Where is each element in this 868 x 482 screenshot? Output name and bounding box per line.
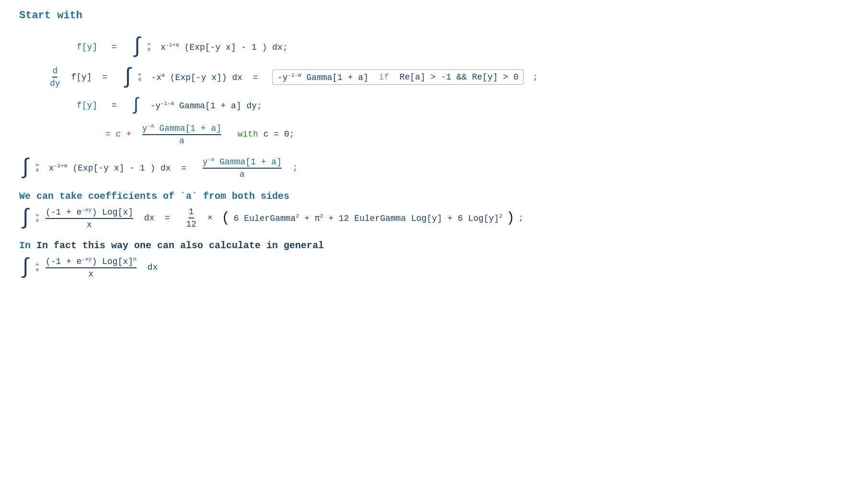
fy-lhs2: f[y] = (66, 72, 118, 82)
frac-gamma-a: y-a Gamma[1 + a] a (142, 123, 221, 146)
f-y-lhs: f[y] (77, 42, 97, 52)
integral-sign-1: ∫ (131, 36, 144, 57)
in-text: In (19, 240, 31, 251)
equation-2: d dy f[y] = ∫ ∞ 0 -xa (Exp[-y x]) dx = -… (48, 66, 849, 88)
semicolon-2: ; (527, 72, 538, 82)
integral-limits-5: ∞ 0 (36, 162, 39, 173)
equation-5: ∫ ∞ 0 x-1+a (Exp[-y x] - 1 ) dx = y-a Ga… (19, 156, 849, 179)
equation-6: ∫ ∞ 0 (-1 + e-xy) Log[x] x dx = 1 12 × (… (19, 207, 849, 230)
integral-sign-5: ∫ (19, 157, 32, 179)
deriv-frac: d dy (48, 66, 62, 88)
equation-1: f[y] = ∫ ∞ 0 x-1+a (Exp[-y x] - 1 ) dx; (77, 36, 849, 57)
paren-open: ( (221, 210, 229, 226)
frac-result: y-a Gamma[1 + a] a (203, 156, 282, 179)
eq1: = (101, 42, 127, 52)
eq3: = (112, 101, 127, 110)
integrand-2: -xa (Exp[-y x]) dx = (146, 72, 268, 82)
integral-sign-3: ∫ (131, 97, 141, 114)
fact-text: In fact this way one can also calculate … (36, 240, 324, 251)
paren-close: ) (506, 210, 514, 226)
integral-limits-6: ∞ 0 (36, 213, 39, 223)
equation-3: f[y] = ∫ -y-1-a Gamma[1 + a] dy; (77, 97, 849, 114)
equation-7: ∫ ∞ 0 (-1 + e-xy) Log[x]n x dx (19, 256, 849, 279)
expansion: 6 EulerGamma2 + π2 + 12 EulerGamma Log[y… (234, 213, 503, 223)
integral-sign-6: ∫ (19, 207, 32, 229)
semicolon-6: ; (518, 213, 524, 223)
integrand-5: x-1+a (Exp[-y x] - 1 ) dx = (44, 162, 197, 173)
integral-sign-7: ∫ (19, 257, 32, 278)
equation-4: = c + y-a Gamma[1 + a] a with c = 0; (105, 123, 849, 146)
fy-lhs3: f[y] (77, 101, 108, 110)
comment-1: We can take coefficients of `a` from bot… (19, 191, 849, 202)
equals-c: = c + (105, 129, 137, 139)
frac-log: (-1 + e-xy) Log[x] x (46, 207, 133, 230)
frac-log-n: (-1 + e-xy) Log[x]n x (46, 256, 137, 279)
semicolon-5: ; (287, 163, 298, 172)
dx-7: dx (142, 263, 158, 272)
with-c: with c = 0; (227, 129, 294, 139)
integrand-1: x-1+a (Exp[-y x] - 1 ) dx; (155, 42, 288, 52)
start-with-heading: Start with (19, 10, 849, 22)
times-sign: × (202, 213, 217, 223)
integral-limits-1: ∞ 0 (148, 42, 150, 52)
frac-one-twelve: 1 12 (186, 207, 196, 229)
integrand-3: -y-1-a Gamma[1 + a] dy; (145, 100, 262, 111)
dx-6: dx = (139, 213, 180, 223)
integral-sign-2: ∫ (122, 67, 135, 88)
integral-limits-2: ∞ 0 (138, 72, 141, 82)
integral-limits-7: ∞ 0 (36, 262, 39, 273)
comment-2: In In fact this way one can also calcula… (19, 240, 849, 251)
boxed-result: -y-1-a Gamma[1 + a] if Re[a] > -1 && Re[… (272, 69, 524, 85)
